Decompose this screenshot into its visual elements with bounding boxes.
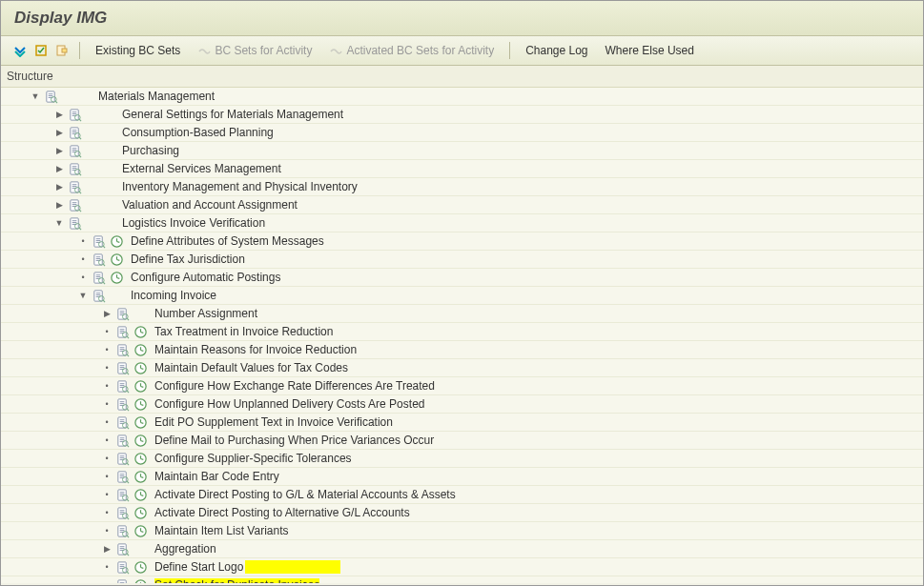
tree-node[interactable]: ▶Number Assignment <box>1 305 923 323</box>
tree-expander-icon[interactable]: ▼ <box>30 91 41 102</box>
img-activity-doc-icon[interactable] <box>114 306 130 321</box>
execute-activity-icon[interactable] <box>133 451 148 466</box>
img-activity-doc-icon[interactable] <box>91 288 106 303</box>
tree-expander-icon[interactable]: ▶ <box>53 199 65 211</box>
img-activity-doc-icon[interactable] <box>67 197 82 212</box>
tree-node-label[interactable]: Tax Treatment in Invoice Reduction <box>151 325 333 338</box>
tree-node-label[interactable]: Maintain Item List Variants <box>151 524 289 537</box>
bc-sets-for-activity-button[interactable]: BC Sets for Activity <box>190 41 319 60</box>
img-activity-doc-icon[interactable] <box>91 252 106 267</box>
tree-expander-icon[interactable]: ▶ <box>53 145 65 156</box>
tree-node[interactable]: ▼Materials Management <box>1 88 923 106</box>
img-activity-doc-icon[interactable] <box>114 378 130 394</box>
collapse-all-icon[interactable] <box>10 41 30 60</box>
img-activity-doc-icon[interactable] <box>114 523 130 538</box>
tree-node-label[interactable]: Define Attributes of System Messages <box>127 234 324 248</box>
existing-bc-sets-button[interactable]: Existing BC Sets <box>88 41 188 60</box>
execute-activity-icon[interactable] <box>133 469 148 484</box>
expand-all-icon[interactable] <box>31 41 51 60</box>
img-activity-doc-icon[interactable] <box>67 143 82 158</box>
tree-node-label[interactable]: Activate Direct Posting to Alternative G… <box>151 506 410 519</box>
execute-activity-icon[interactable] <box>133 378 148 394</box>
img-activity-doc-icon[interactable] <box>114 360 130 375</box>
tree-expander-icon[interactable]: ▶ <box>53 109 65 120</box>
tree-node[interactable]: •Maintain Bar Code Entry <box>1 468 923 486</box>
img-activity-doc-icon[interactable] <box>114 559 130 575</box>
tree-node[interactable]: •Define Mail to Purchasing When Price Va… <box>1 432 923 450</box>
img-activity-doc-icon[interactable] <box>114 396 130 412</box>
tree-expander-icon[interactable]: ▶ <box>101 308 113 319</box>
tree-node[interactable]: •Activate Direct Posting to G/L & Materi… <box>1 486 923 504</box>
tree-node-label[interactable]: Maintain Bar Code Entry <box>151 470 279 483</box>
tree-node-label[interactable]: Maintain Default Values for Tax Codes <box>151 361 348 374</box>
img-activity-doc-icon[interactable] <box>114 433 130 448</box>
img-activity-doc-icon[interactable] <box>114 414 130 430</box>
img-activity-doc-icon[interactable] <box>67 107 82 122</box>
where-else-used-button[interactable]: Where Else Used <box>598 41 702 60</box>
tree-node[interactable]: ▼Incoming Invoice <box>1 287 923 305</box>
img-activity-doc-icon[interactable] <box>43 89 58 104</box>
img-activity-doc-icon[interactable] <box>114 451 130 466</box>
execute-activity-icon[interactable] <box>109 252 124 267</box>
tree-expander-icon[interactable]: ▼ <box>77 290 89 301</box>
execute-activity-icon[interactable] <box>133 324 148 339</box>
img-activity-doc-icon[interactable] <box>114 342 130 357</box>
tree-node[interactable]: •Configure Automatic Postings <box>1 269 923 287</box>
img-activity-doc-icon[interactable] <box>67 125 82 140</box>
find-icon[interactable] <box>52 41 72 60</box>
tree-expander-icon[interactable]: ▶ <box>53 163 65 174</box>
img-activity-doc-icon[interactable] <box>114 469 130 484</box>
execute-activity-icon[interactable] <box>133 577 148 583</box>
tree-node-label[interactable]: Configure Supplier-Specific Tolerances <box>151 452 352 465</box>
execute-activity-icon[interactable] <box>133 523 148 538</box>
tree-expander-icon[interactable]: ▶ <box>53 127 65 138</box>
tree-node[interactable]: •Define Attributes of System Messages <box>1 232 923 251</box>
change-log-button[interactable]: Change Log <box>518 41 595 60</box>
img-activity-doc-icon[interactable] <box>67 161 82 176</box>
execute-activity-icon[interactable] <box>133 342 148 357</box>
tree-node[interactable]: •Activate Direct Posting to Alternative … <box>1 504 923 522</box>
tree-node[interactable]: ▶Valuation and Account Assignment <box>1 196 923 214</box>
tree-node[interactable]: •Define Start Logo <box>1 558 923 576</box>
tree-node[interactable]: •Configure Supplier-Specific Tolerances <box>1 450 923 468</box>
execute-activity-icon[interactable] <box>133 414 148 430</box>
tree-node-label[interactable]: Edit PO Supplement Text in Invoice Verif… <box>151 415 393 429</box>
execute-activity-icon[interactable] <box>133 487 148 502</box>
tree-node[interactable]: ▶Aggregation <box>1 540 923 558</box>
tree-node[interactable]: ▶General Settings for Materials Manageme… <box>1 106 923 124</box>
tree-node-label[interactable]: Configure How Unplanned Delivery Costs A… <box>151 397 424 411</box>
tree-expander-icon[interactable]: ▶ <box>53 181 65 192</box>
tree-node[interactable]: •Maintain Default Values for Tax Codes <box>1 359 923 377</box>
execute-activity-icon[interactable] <box>109 270 124 285</box>
execute-activity-icon[interactable] <box>133 505 148 520</box>
tree-node-label[interactable]: Set Check for Duplicate Invoices <box>151 578 319 583</box>
img-activity-doc-icon[interactable] <box>91 233 106 249</box>
tree-expander-icon[interactable]: ▼ <box>53 217 65 229</box>
execute-activity-icon[interactable] <box>133 433 148 448</box>
img-activity-doc-icon[interactable] <box>114 541 130 556</box>
execute-activity-icon[interactable] <box>133 396 148 412</box>
tree-node[interactable]: •Configure How Unplanned Delivery Costs … <box>1 395 923 414</box>
tree-node-label[interactable]: Define Tax Jurisdiction <box>127 253 245 266</box>
img-activity-doc-icon[interactable] <box>91 270 106 285</box>
img-activity-doc-icon[interactable] <box>114 324 130 339</box>
img-activity-doc-icon[interactable] <box>67 179 82 194</box>
execute-activity-icon[interactable] <box>109 233 124 249</box>
tree-node[interactable]: •Configure How Exchange Rate Differences… <box>1 377 923 395</box>
tree-node-label[interactable]: Configure Automatic Postings <box>127 271 280 284</box>
tree-node[interactable]: ▶Purchasing <box>1 142 923 160</box>
tree-node-label[interactable]: Activate Direct Posting to G/L & Materia… <box>151 488 456 501</box>
tree-node[interactable]: ▶Inventory Management and Physical Inven… <box>1 178 923 196</box>
tree-node[interactable]: ▼Logistics Invoice Verification <box>1 214 923 232</box>
tree-node[interactable]: •Edit PO Supplement Text in Invoice Veri… <box>1 414 923 432</box>
tree-expander-icon[interactable]: ▶ <box>101 543 113 555</box>
tree-node-label[interactable]: Maintain Reasons for Invoice Reduction <box>151 343 357 356</box>
tree-node[interactable]: •Maintain Item List Variants <box>1 522 923 540</box>
img-activity-doc-icon[interactable] <box>67 215 82 231</box>
execute-activity-icon[interactable] <box>133 360 148 375</box>
tree-node[interactable]: •Tax Treatment in Invoice Reduction <box>1 323 923 341</box>
tree-node[interactable]: •Set Check for Duplicate Invoices <box>1 576 923 583</box>
tree-node-label[interactable]: Define Start Logo <box>151 560 340 574</box>
activated-bc-sets-button[interactable]: Activated BC Sets for Activity <box>321 41 502 60</box>
tree-node[interactable]: •Maintain Reasons for Invoice Reduction <box>1 341 923 359</box>
